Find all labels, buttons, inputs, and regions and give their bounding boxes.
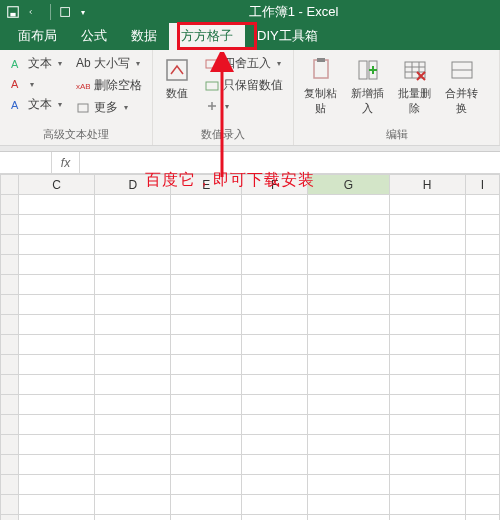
cell[interactable] [389,215,465,235]
cell[interactable] [95,495,171,515]
cell[interactable] [308,335,389,355]
row-header[interactable] [1,335,19,355]
cell[interactable] [308,315,389,335]
cell[interactable] [308,455,389,475]
cell[interactable] [19,255,95,275]
cell[interactable] [95,515,171,521]
text-button-2[interactable]: A▾ [6,76,66,92]
tab-data[interactable]: 数据 [119,23,169,50]
cell[interactable] [19,235,95,255]
cell[interactable] [19,475,95,495]
cell[interactable] [465,475,499,495]
cell[interactable] [171,275,242,295]
cell[interactable] [465,335,499,355]
fx-label[interactable]: fx [52,152,80,173]
cell[interactable] [19,415,95,435]
keep-numbers-button[interactable]: 只保留数值 [201,76,287,95]
cell[interactable] [465,315,499,335]
cell[interactable] [308,415,389,435]
row-header[interactable] [1,495,19,515]
cell[interactable] [242,255,308,275]
text-button-3[interactable]: A文本▾ [6,95,66,114]
cell[interactable] [19,495,95,515]
cell[interactable] [465,375,499,395]
cell[interactable] [171,255,242,275]
qat-dropdown-icon[interactable]: ▾ [81,8,85,17]
cell[interactable] [389,295,465,315]
cell[interactable] [242,195,308,215]
row-header[interactable] [1,435,19,455]
cell[interactable] [465,515,499,521]
row-header[interactable] [1,355,19,375]
row-header[interactable] [1,235,19,255]
cell[interactable] [19,455,95,475]
cell[interactable] [308,355,389,375]
round-button[interactable]: 四舍五入▾ [201,54,287,73]
row-header[interactable] [1,195,19,215]
cell[interactable] [465,255,499,275]
cell[interactable] [19,395,95,415]
cell[interactable] [171,455,242,475]
cell[interactable] [389,315,465,335]
cell[interactable] [95,255,171,275]
cell[interactable] [242,275,308,295]
cell[interactable] [171,515,242,521]
cell[interactable] [465,435,499,455]
cell[interactable] [308,195,389,215]
cell[interactable] [465,295,499,315]
cell[interactable] [242,355,308,375]
cell[interactable] [465,495,499,515]
cell[interactable] [242,315,308,335]
cell[interactable] [308,375,389,395]
cell[interactable] [171,235,242,255]
cell[interactable] [95,475,171,495]
corner-cell[interactable] [1,175,19,195]
cell[interactable] [171,215,242,235]
cell[interactable] [171,355,242,375]
row-header[interactable] [1,475,19,495]
trim-spaces-button[interactable]: xAB删除空格 [72,76,146,95]
cell[interactable] [95,195,171,215]
row-header[interactable] [1,375,19,395]
cell[interactable] [95,355,171,375]
cell[interactable] [242,395,308,415]
cell[interactable] [389,195,465,215]
row-header[interactable] [1,415,19,435]
cell[interactable] [465,395,499,415]
cell[interactable] [19,355,95,375]
cell[interactable] [389,455,465,475]
name-box[interactable] [0,152,52,173]
cell[interactable] [171,475,242,495]
cell[interactable] [242,435,308,455]
cell[interactable] [19,335,95,355]
cell[interactable] [389,415,465,435]
cell[interactable] [171,195,242,215]
data-plus-button[interactable]: ▾ [201,98,287,114]
cell[interactable] [95,295,171,315]
cell[interactable] [242,295,308,315]
cell[interactable] [95,235,171,255]
cell[interactable] [308,255,389,275]
copy-paste-button[interactable]: 复制粘 贴 [300,54,341,127]
row-header[interactable] [1,315,19,335]
cell[interactable] [308,235,389,255]
cell[interactable] [242,335,308,355]
col-header-selected[interactable]: G [308,175,389,195]
cell[interactable] [242,515,308,521]
cell[interactable] [465,195,499,215]
cell[interactable] [95,375,171,395]
cell[interactable] [19,375,95,395]
cell[interactable] [308,515,389,521]
cell[interactable] [465,415,499,435]
cell[interactable] [465,215,499,235]
cell[interactable] [95,275,171,295]
cell[interactable] [389,255,465,275]
col-header[interactable]: I [465,175,499,195]
row-header[interactable] [1,515,19,521]
cell[interactable] [389,355,465,375]
tab-diy[interactable]: DIY工具箱 [245,23,330,50]
cell[interactable] [242,475,308,495]
qat-icon[interactable] [59,5,73,19]
col-header[interactable]: C [19,175,95,195]
row-header[interactable] [1,255,19,275]
